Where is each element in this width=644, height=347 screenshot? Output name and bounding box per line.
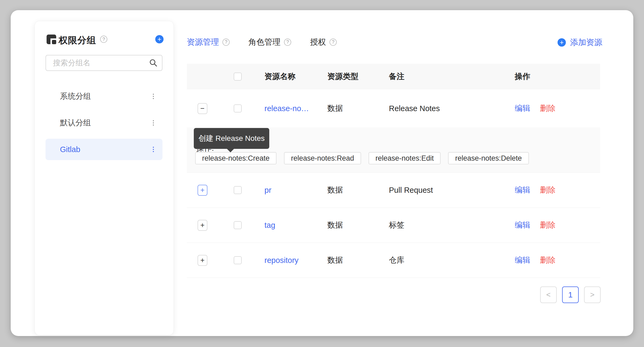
column-header-name: 资源名称 bbox=[264, 71, 327, 82]
table-row-pr: + pr 数据 Pull Request 编辑 删除 bbox=[187, 173, 600, 208]
sidebar-item-gitlab[interactable]: Gitlab bbox=[46, 139, 162, 160]
add-resource-label: 添加资源 bbox=[570, 37, 602, 48]
column-header-actions: 操作 bbox=[515, 71, 600, 82]
delete-link[interactable]: 删除 bbox=[540, 220, 555, 231]
resource-type: 数据 bbox=[327, 255, 343, 266]
tab-help-icon[interactable]: ? bbox=[222, 39, 230, 46]
row-checkbox[interactable] bbox=[234, 104, 242, 112]
plus-icon: + bbox=[200, 187, 205, 194]
more-actions-icon[interactable] bbox=[152, 146, 155, 153]
table-row-repository: + repository 数据 仓库 编辑 删除 bbox=[187, 243, 600, 278]
more-actions-icon[interactable] bbox=[152, 93, 155, 100]
tooltip-text: 创建 Release Notes bbox=[198, 133, 264, 144]
edit-link[interactable]: 编辑 bbox=[515, 103, 530, 114]
main-tabs: 资源管理 ? 角色管理 ? 授权 ? bbox=[187, 36, 337, 48]
search-icon bbox=[149, 59, 158, 67]
edit-link[interactable]: 编辑 bbox=[515, 255, 530, 266]
expanded-permissions-panel: 创建 Release Notes 操作: release-notes:Creat… bbox=[187, 127, 600, 173]
permission-tag-list: release-notes:Create release-notes:Read … bbox=[195, 152, 529, 164]
expand-row-button[interactable]: + bbox=[198, 220, 207, 231]
tab-resource-management[interactable]: 资源管理 ? bbox=[187, 37, 230, 48]
resource-name-link[interactable]: release-no… bbox=[264, 104, 309, 113]
delete-link[interactable]: 删除 bbox=[540, 103, 555, 114]
resource-type: 数据 bbox=[327, 185, 343, 195]
tab-help-icon[interactable]: ? bbox=[329, 39, 337, 46]
page-background: 权限分组 ? + 系统分组 默认分组 bbox=[0, 0, 644, 347]
plus-icon: + bbox=[157, 36, 161, 43]
add-group-button[interactable]: + bbox=[155, 35, 164, 43]
row-checkbox[interactable] bbox=[234, 221, 242, 229]
column-header-note: 备注 bbox=[389, 71, 515, 82]
resource-type: 数据 bbox=[327, 220, 343, 231]
row-checkbox[interactable] bbox=[234, 186, 242, 194]
group-label: 系统分组 bbox=[46, 91, 91, 102]
resource-note: 标签 bbox=[389, 220, 404, 231]
tab-help-icon[interactable]: ? bbox=[284, 39, 291, 46]
previous-page-button[interactable]: < bbox=[540, 286, 557, 303]
group-list: 系统分组 默认分组 Gitlab bbox=[46, 86, 162, 165]
sidebar-item-default-group[interactable]: 默认分组 bbox=[46, 112, 162, 134]
resource-note: Pull Request bbox=[389, 186, 433, 195]
resource-name-link[interactable]: tag bbox=[264, 221, 275, 230]
collapse-row-button[interactable]: − bbox=[198, 103, 207, 114]
sidebar-item-system-group[interactable]: 系统分组 bbox=[46, 86, 162, 107]
plus-icon: + bbox=[200, 222, 205, 229]
app-window: 权限分组 ? + 系统分组 默认分组 bbox=[11, 10, 633, 336]
select-all-checkbox[interactable] bbox=[234, 73, 242, 81]
delete-link[interactable]: 删除 bbox=[540, 185, 555, 195]
permission-tag[interactable]: release-notes:Create bbox=[195, 152, 276, 164]
group-label: 默认分组 bbox=[46, 118, 91, 128]
permission-tag[interactable]: release-notes:Read bbox=[284, 152, 361, 164]
minus-icon: − bbox=[200, 105, 205, 112]
table-row-release-notes: − release-no… 数据 Release Notes 编辑 删除 bbox=[187, 89, 600, 127]
more-actions-icon[interactable] bbox=[152, 119, 155, 127]
edit-link[interactable]: 编辑 bbox=[515, 220, 530, 231]
group-search-input[interactable] bbox=[46, 55, 162, 71]
resource-note: Release Notes bbox=[389, 104, 440, 113]
delete-link[interactable]: 删除 bbox=[540, 255, 555, 266]
tab-authorization[interactable]: 授权 ? bbox=[310, 37, 337, 48]
tooltip: 创建 Release Notes bbox=[194, 128, 269, 149]
column-header-type: 资源类型 bbox=[327, 71, 389, 82]
permission-tag[interactable]: release-notes:Delete bbox=[448, 152, 529, 164]
app-logo-icon bbox=[47, 35, 56, 44]
expand-row-button[interactable]: + bbox=[198, 255, 207, 266]
pagination: < 1 > bbox=[540, 286, 601, 303]
add-resource-button[interactable]: + 添加资源 bbox=[558, 37, 602, 48]
expand-row-button[interactable]: + bbox=[198, 185, 207, 196]
resource-note: 仓库 bbox=[389, 255, 404, 266]
plus-circle-icon: + bbox=[558, 38, 566, 47]
permission-tag[interactable]: release-notes:Edit bbox=[369, 152, 441, 164]
resource-name-link[interactable]: pr bbox=[264, 186, 271, 195]
sidebar-header: 权限分组 ? + bbox=[35, 35, 173, 46]
tab-role-management[interactable]: 角色管理 ? bbox=[248, 37, 291, 48]
page-1-button[interactable]: 1 bbox=[562, 286, 579, 303]
edit-link[interactable]: 编辑 bbox=[515, 185, 530, 195]
row-checkbox[interactable] bbox=[234, 256, 242, 264]
resource-name-link[interactable]: repository bbox=[264, 256, 298, 265]
sidebar-title: 权限分组 bbox=[59, 34, 96, 47]
group-label: Gitlab bbox=[46, 145, 80, 154]
resource-type: 数据 bbox=[327, 103, 343, 114]
next-page-button[interactable]: > bbox=[584, 286, 601, 303]
table-header-row: 资源名称 资源类型 备注 操作 bbox=[187, 64, 600, 89]
plus-icon: + bbox=[200, 257, 205, 264]
permission-groups-sidebar: 权限分组 ? + 系统分组 默认分组 bbox=[35, 21, 174, 335]
resource-table: 资源名称 资源类型 备注 操作 − release-no… 数据 Release… bbox=[187, 64, 600, 278]
sidebar-help-icon[interactable]: ? bbox=[100, 36, 107, 43]
group-search-box bbox=[46, 55, 162, 71]
table-row-tag: + tag 数据 标签 编辑 删除 bbox=[187, 208, 600, 243]
